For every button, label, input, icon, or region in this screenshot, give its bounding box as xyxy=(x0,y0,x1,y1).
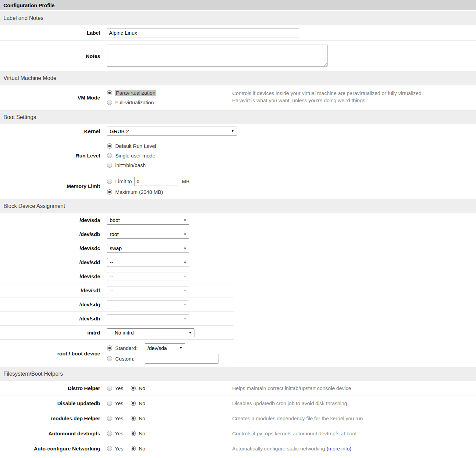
run-level-option-init-bash[interactable]: init=/bin/bash xyxy=(107,161,232,170)
section-label-and-notes: Label and Notes xyxy=(0,11,476,25)
section-filesystem-boot-helpers: Filesystem/Boot Helpers xyxy=(0,367,476,381)
initrd-select[interactable]: -- No initrd -- ▼ xyxy=(107,328,194,337)
chevron-down-icon: ▼ xyxy=(231,129,234,133)
radio-yes[interactable] xyxy=(107,386,112,391)
radio-label[interactable]: Limit to xyxy=(115,178,132,184)
radio-label[interactable]: Custom: xyxy=(115,356,145,362)
helper-help-text: Disables updatedb cron job to avoid disk… xyxy=(232,400,476,407)
device-select-sdc[interactable]: swap ▼ xyxy=(107,244,189,253)
radio-label-no[interactable]: No xyxy=(139,431,145,436)
chevron-down-icon: ▼ xyxy=(183,219,187,222)
radio-full-virtualization[interactable] xyxy=(107,100,112,105)
radio-label-no[interactable]: No xyxy=(139,400,145,406)
root-device-option-standard[interactable]: Standard: /dev/sda ▼ xyxy=(107,343,218,353)
radio-label-yes[interactable]: Yes xyxy=(115,385,123,391)
vm-mode-help-text: Controls if devices inside your virtual … xyxy=(232,85,476,104)
block-device-row-sda: /dev/sda boot ▼ xyxy=(0,213,476,227)
kernel-row: Kernel GRUB 2 ▼ xyxy=(0,124,476,138)
memory-limit-option-limit[interactable]: Limit to MB xyxy=(107,176,190,187)
chevron-down-icon: ▼ xyxy=(183,289,187,292)
device-select-sda[interactable]: boot ▼ xyxy=(107,216,189,225)
kernel-select-value: GRUB 2 xyxy=(110,128,129,134)
section-boot-settings: Boot Settings xyxy=(0,110,476,124)
root-device-option-custom[interactable]: Custom: xyxy=(107,353,218,364)
radio-label[interactable]: Paravirtualization xyxy=(115,90,156,96)
kernel-label: Kernel xyxy=(0,128,104,134)
label-field-label: Label xyxy=(0,30,104,36)
helper-label: Disable updatedb xyxy=(0,400,104,406)
helper-row-automount-devtmpfs: Automount devtmpfs Yes No Controls if pv… xyxy=(0,426,476,441)
run-level-option-default[interactable]: Default Run Level xyxy=(107,141,232,151)
radio-paravirtualization[interactable] xyxy=(107,90,112,95)
vm-mode-option-full-virtualization[interactable]: Full-virtualization xyxy=(107,98,232,107)
radio-label-no[interactable]: No xyxy=(139,385,145,391)
radio-label[interactable]: Maximum (2048 MB) xyxy=(115,189,163,195)
radio-default-run-level[interactable] xyxy=(107,143,112,149)
radio-label-yes[interactable]: Yes xyxy=(115,431,123,436)
radio-yes[interactable] xyxy=(107,446,112,451)
memory-limit-option-maximum[interactable]: Maximum (2048 MB) xyxy=(107,187,190,197)
radio-label-no[interactable]: No xyxy=(139,446,145,451)
helper-label: Auto-configure Networking xyxy=(0,446,104,451)
block-device-row-sdb: /dev/sdb root ▼ xyxy=(0,227,476,241)
device-select-sdg: -- ▼ xyxy=(107,300,189,309)
standard-device-select[interactable]: /dev/sda ▼ xyxy=(145,343,185,352)
block-device-row-sdf: /dev/sdf -- ▼ xyxy=(0,283,476,297)
device-label: /dev/sdg xyxy=(0,302,104,307)
device-select-sdd[interactable]: -- ▼ xyxy=(107,258,189,267)
radio-no[interactable] xyxy=(131,431,136,436)
run-level-option-single-user[interactable]: Single user mode xyxy=(107,151,232,161)
label-input[interactable] xyxy=(107,28,299,37)
block-device-row-sdg: /dev/sdg -- ▼ xyxy=(0,297,476,312)
radio-yes[interactable] xyxy=(107,431,112,436)
radio-label[interactable]: init=/bin/bash xyxy=(115,162,146,168)
radio-label-no[interactable]: No xyxy=(139,415,145,421)
notes-textarea[interactable] xyxy=(107,45,328,67)
run-level-row: Run Level Default Run Level Single user … xyxy=(0,138,476,173)
radio-standard[interactable] xyxy=(107,345,112,351)
memory-unit-label: MB xyxy=(182,178,190,184)
helper-label: modules.dep Helper xyxy=(0,415,104,421)
radio-yes[interactable] xyxy=(107,401,112,406)
kernel-select[interactable]: GRUB 2 ▼ xyxy=(107,127,237,136)
radio-limit-to[interactable] xyxy=(107,179,112,184)
radio-label[interactable]: Full-virtualization xyxy=(115,99,154,105)
radio-maximum[interactable] xyxy=(107,189,112,195)
helper-help-text-part: Automatically configure static networkin… xyxy=(232,446,326,451)
radio-no[interactable] xyxy=(131,386,136,391)
chevron-down-icon: ▼ xyxy=(183,303,187,306)
memory-limit-row: Memory Limit Limit to MB Maximum (2048 M… xyxy=(0,173,476,199)
block-device-row-sdh: /dev/sdh -- ▼ xyxy=(0,312,476,326)
page-title: Configuration Profile xyxy=(3,2,55,8)
radio-no[interactable] xyxy=(131,416,136,421)
radio-init-bin-bash[interactable] xyxy=(107,163,112,168)
device-label: /dev/sdb xyxy=(0,231,104,237)
device-select-value: -- xyxy=(110,302,113,307)
radio-label[interactable]: Single user mode xyxy=(115,153,155,158)
root-boot-device-row: root / boot device Standard: /dev/sda ▼ … xyxy=(0,340,476,367)
radio-yes[interactable] xyxy=(107,416,112,421)
helper-row-disable-updatedb: Disable updatedb Yes No Disables updated… xyxy=(0,396,476,411)
custom-device-input[interactable] xyxy=(145,354,218,364)
helper-help-text: Automatically configure static networkin… xyxy=(232,445,476,452)
radio-label[interactable]: Standard: xyxy=(115,345,145,351)
radio-single-user-mode[interactable] xyxy=(107,153,112,158)
vm-mode-option-paravirtualization[interactable]: Paravirtualization xyxy=(107,88,232,98)
radio-custom[interactable] xyxy=(107,356,112,361)
radio-label-yes[interactable]: Yes xyxy=(115,400,123,406)
radio-no[interactable] xyxy=(131,446,136,451)
radio-label[interactable]: Default Run Level xyxy=(115,143,156,149)
device-select-sdb[interactable]: root ▼ xyxy=(107,230,189,239)
radio-label-yes[interactable]: Yes xyxy=(115,446,123,451)
chevron-down-icon: ▼ xyxy=(183,233,187,236)
memory-limit-input[interactable] xyxy=(134,177,178,186)
radio-label-yes[interactable]: Yes xyxy=(115,415,123,421)
more-info-link[interactable]: (more info) xyxy=(326,446,352,451)
radio-no[interactable] xyxy=(131,401,136,406)
device-label: /dev/sdc xyxy=(0,245,104,251)
standard-device-value: /dev/sda xyxy=(147,345,167,351)
helper-label: Distro Helper xyxy=(0,385,104,391)
helper-row-auto-configure-networking: Auto-configure Networking Yes No Automat… xyxy=(0,441,476,456)
device-select-sde: -- ▼ xyxy=(107,272,189,281)
helper-help-text: Controls if pv_ops kernels automount dev… xyxy=(232,430,476,437)
